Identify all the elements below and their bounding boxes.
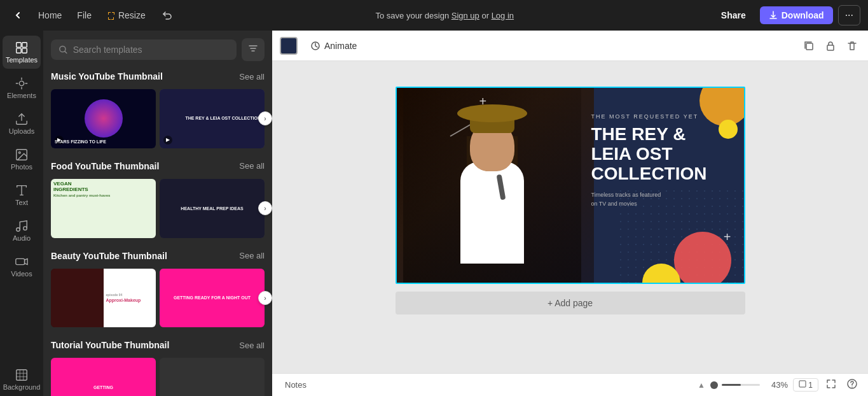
topbar-right: Share Download ··· xyxy=(712,5,860,25)
zoom-slider[interactable] xyxy=(710,381,760,389)
page-number-button[interactable]: 1 xyxy=(793,378,818,392)
thumb-tutorial1[interactable]: GETTING xyxy=(51,358,156,396)
resize-button[interactable]: Resize xyxy=(102,8,151,23)
section-music: Music YouTube Thumbnail See all ▶ STARS … xyxy=(51,69,265,148)
search-input[interactable] xyxy=(73,45,229,55)
bottom-bar: Notes ▲ 43% 1 xyxy=(272,373,868,396)
log-in-link[interactable]: Log in xyxy=(492,11,514,20)
see-all-tutorial[interactable]: See all xyxy=(239,341,265,350)
tutorial1-text: GETTING xyxy=(91,383,116,392)
sidebar-item-background[interactable]: Background xyxy=(3,363,41,396)
scroll-right-food[interactable]: › xyxy=(258,201,272,215)
svg-rect-2 xyxy=(17,48,21,53)
lock-button[interactable] xyxy=(822,38,839,54)
sidebar-item-templates[interactable]: Templates xyxy=(3,36,41,69)
sidebar-icons: Templates Elements Uploads Photos xyxy=(0,31,43,396)
thumb-tutorial2[interactable] xyxy=(160,358,265,396)
see-all-music[interactable]: See all xyxy=(239,72,265,81)
svg-point-11 xyxy=(24,227,27,230)
delete-icon xyxy=(846,40,858,52)
thumb-food2[interactable]: HEALTHY MEAL PREP IDEAS xyxy=(160,179,265,238)
duplicate-button[interactable] xyxy=(801,38,817,54)
see-all-beauty[interactable]: See all xyxy=(239,251,265,260)
canvas-area: Animate xyxy=(272,31,868,396)
body xyxy=(460,162,524,264)
music1-text: STARS FIZZING TO LIFE xyxy=(55,139,106,145)
sidebar-label-photos: Photos xyxy=(11,163,32,171)
add-page-button[interactable]: + Add page xyxy=(396,292,745,315)
more-options-button[interactable]: ··· xyxy=(838,5,860,25)
sidebar-item-audio[interactable]: Audio xyxy=(3,214,41,247)
sidebar-item-text[interactable]: Text xyxy=(3,178,41,211)
sidebar-label-uploads: Uploads xyxy=(9,127,34,135)
delete-button[interactable] xyxy=(844,38,860,54)
person-silhouette xyxy=(429,98,556,283)
thumb-food1[interactable]: VEGANINGREDIENTS Kitchen and pantry must… xyxy=(51,179,156,238)
canvas-scroll[interactable]: THE MOST REQUESTED YET THE REY & LEIA OS… xyxy=(272,61,868,373)
sidebar-item-photos[interactable]: Photos xyxy=(3,143,41,176)
svg-rect-19 xyxy=(799,381,806,387)
back-button[interactable] xyxy=(8,8,28,23)
section-beauty: Beauty YouTube Thumbnail See all episode… xyxy=(51,248,265,328)
help-button[interactable] xyxy=(844,377,860,393)
section-title-food: Food YouTube Thumbnail xyxy=(51,161,159,171)
canvas-toolbar-right xyxy=(801,38,860,54)
home-button[interactable]: Home xyxy=(33,8,67,23)
thumb-beauty2[interactable]: GETTING READY FOR A NIGHT OUT xyxy=(160,269,265,328)
filter-button[interactable] xyxy=(242,38,265,61)
tutorial-grid: GETTING xyxy=(51,358,265,396)
lock-icon xyxy=(825,40,836,52)
fullscreen-icon xyxy=(826,379,836,389)
animate-icon xyxy=(310,41,320,51)
duplicate-icon xyxy=(803,40,815,52)
add-element-bottom[interactable]: + xyxy=(724,230,731,244)
scroll-right-music[interactable]: › xyxy=(258,111,272,125)
file-button[interactable]: File xyxy=(72,8,97,23)
canvas-description: Timeless tracks as featured on TV and mo… xyxy=(591,191,731,208)
see-all-food[interactable]: See all xyxy=(239,161,265,171)
section-header-food: Food YouTube Thumbnail See all xyxy=(51,159,265,174)
music2-text: THE REY & LEIA OST COLLECTION xyxy=(185,116,261,121)
canvas-photo xyxy=(397,88,594,283)
canvas-text-area: THE MOST REQUESTED YET THE REY & LEIA OS… xyxy=(591,113,731,208)
download-button[interactable]: Download xyxy=(760,6,833,24)
svg-rect-12 xyxy=(16,258,25,264)
sidebar-item-elements[interactable]: Elements xyxy=(3,71,41,104)
sidebar-item-videos[interactable]: Videos xyxy=(3,250,41,283)
beauty1-overlay: episode 04 Approxi-Makeup xyxy=(104,269,156,328)
sidebar-label-text: Text xyxy=(15,199,28,206)
zoom-handle[interactable] xyxy=(710,381,718,389)
photo-gradient xyxy=(403,88,581,283)
save-notice: To save your design Sign up or Log in xyxy=(375,11,514,20)
svg-point-7 xyxy=(18,152,20,153)
undo-button[interactable] xyxy=(156,7,177,24)
fullscreen-button[interactable] xyxy=(823,378,839,392)
sidebar-item-uploads[interactable]: Uploads xyxy=(3,107,41,140)
search-bar xyxy=(43,31,272,69)
section-tutorial: Tutorial YouTube Thumbnail See all GETTI… xyxy=(51,337,265,396)
blob-red-bottom-right xyxy=(674,232,731,284)
food2-text: HEALTHY MEAL PREP IDEAS xyxy=(178,203,245,214)
search-input-wrap[interactable] xyxy=(51,39,237,60)
zoom-track xyxy=(722,384,760,386)
templates-scroll[interactable]: Music YouTube Thumbnail See all ▶ STARS … xyxy=(43,69,272,396)
sign-up-link[interactable]: Sign up xyxy=(451,11,479,20)
design-canvas[interactable]: THE MOST REQUESTED YET THE REY & LEIA OS… xyxy=(396,87,745,284)
scroll-up-button[interactable]: ▲ xyxy=(698,381,705,390)
share-button[interactable]: Share xyxy=(712,6,755,24)
help-icon xyxy=(846,378,858,390)
animate-button[interactable]: Animate xyxy=(305,38,362,53)
notes-button[interactable]: Notes xyxy=(280,379,312,391)
sidebar-label-audio: Audio xyxy=(13,234,31,242)
templates-panel: Music YouTube Thumbnail See all ▶ STARS … xyxy=(43,31,272,396)
canvas-toolbar: Animate xyxy=(272,31,868,61)
thumb-beauty1[interactable]: episode 04 Approxi-Makeup xyxy=(51,269,156,328)
sidebar-label-videos: Videos xyxy=(11,270,32,278)
color-swatch[interactable] xyxy=(280,37,298,55)
food1-text: VEGANINGREDIENTS Kitchen and pantry must… xyxy=(53,181,110,199)
thumb-music1[interactable]: ▶ STARS FIZZING TO LIFE xyxy=(51,89,156,148)
scroll-right-beauty[interactable]: › xyxy=(258,291,272,305)
svg-point-21 xyxy=(851,386,853,388)
thumb-music2[interactable]: ▶ THE REY & LEIA OST COLLECTION xyxy=(160,89,265,148)
svg-rect-1 xyxy=(22,43,27,47)
